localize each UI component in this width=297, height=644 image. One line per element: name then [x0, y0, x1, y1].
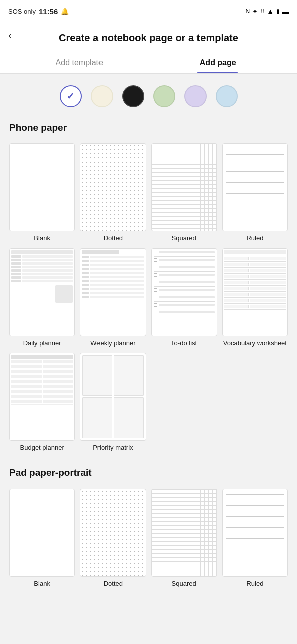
status-time: 11:56 [39, 7, 58, 16]
template-priority-matrix[interactable]: Priority matrix [80, 353, 146, 452]
template-pad-dotted[interactable]: Dotted [80, 489, 146, 588]
label-weekly-planner: Weekly planner [90, 339, 135, 348]
thumb-squared [151, 143, 217, 231]
priority-q1 [82, 355, 112, 396]
color-green[interactable] [153, 85, 175, 107]
thumb-todo [151, 248, 217, 336]
label-vocabulary: Vocabulary worksheet [223, 339, 287, 348]
color-black[interactable] [122, 85, 144, 107]
template-pad-blank[interactable]: Blank [9, 489, 75, 588]
label-todo-list: To-do list [171, 339, 197, 348]
phone-paper-grid: Blank Dotted Squared Ruled [0, 143, 297, 460]
back-button[interactable]: ‹ [8, 29, 12, 42]
pad-paper-section: Pad paper-portrait [0, 460, 297, 489]
label-budget-planner: Budget planner [20, 444, 64, 452]
template-todo-list[interactable]: To-do list [151, 248, 217, 348]
color-picker: ✓ [0, 74, 297, 115]
template-squared[interactable]: Squared [151, 143, 217, 243]
label-dotted: Dotted [104, 234, 123, 243]
bell-icon: 🔔 [61, 8, 69, 15]
thumb-vocab [222, 248, 288, 336]
sos-label: SOS only [8, 8, 36, 15]
phone-paper-title: Phone paper [9, 122, 288, 133]
priority-q4 [114, 397, 143, 438]
template-weekly-planner[interactable]: Weekly planner [80, 248, 146, 348]
template-pad-ruled[interactable]: Ruled [222, 489, 288, 588]
thumb-daily [9, 248, 75, 336]
priority-q2 [114, 355, 143, 396]
label-ruled: Ruled [246, 234, 263, 243]
thumb-pad-ruled [222, 489, 288, 577]
signal-icon: ▮ [276, 8, 280, 15]
page-title: Create a notebook page or a template [39, 27, 258, 48]
tabs-bar: Add template Add page [10, 52, 287, 73]
color-lavender[interactable] [184, 85, 207, 107]
thumb-priority [80, 353, 146, 441]
header: ‹ Create a notebook page or a template A… [0, 22, 297, 73]
thumb-pad-squared [151, 489, 217, 577]
label-pad-blank: Blank [34, 580, 50, 588]
thumb-pad-blank [9, 489, 75, 577]
thumb-blank [9, 143, 75, 231]
thumb-dotted [80, 143, 146, 231]
label-daily-planner: Daily planner [23, 339, 61, 348]
tab-add-template[interactable]: Add template [10, 52, 149, 73]
label-squared: Squared [172, 234, 196, 243]
label-pad-squared: Squared [172, 580, 196, 588]
wifi-icon: ▲ [267, 7, 274, 15]
thumb-weekly [80, 248, 146, 336]
status-icons: N ✦ ⁞⁞ ▲ ▮ ▬ [245, 7, 289, 15]
label-pad-dotted: Dotted [104, 580, 123, 588]
label-blank: Blank [34, 234, 50, 243]
template-budget-planner[interactable]: Budget planner [9, 353, 75, 452]
template-ruled[interactable]: Ruled [222, 143, 288, 243]
label-pad-ruled: Ruled [246, 580, 263, 588]
nfc-icon: N [245, 8, 250, 15]
vibrate-icon: ⁞⁞ [260, 8, 264, 15]
phone-paper-section: Phone paper [0, 115, 297, 143]
tab-add-page[interactable]: Add page [149, 52, 287, 73]
status-bar: SOS only 11:56 🔔 N ✦ ⁞⁞ ▲ ▮ ▬ [0, 0, 297, 22]
color-white[interactable]: ✓ [60, 85, 82, 107]
color-cream[interactable] [91, 85, 113, 107]
priority-q3 [82, 397, 112, 438]
template-vocabulary[interactable]: Vocabulary worksheet [222, 248, 288, 348]
thumb-budget [9, 353, 75, 441]
template-dotted[interactable]: Dotted [80, 143, 146, 243]
thumb-pad-dotted [80, 489, 146, 577]
template-daily-planner[interactable]: Daily planner [9, 248, 75, 348]
thumb-ruled [222, 143, 288, 231]
template-pad-squared[interactable]: Squared [151, 489, 217, 588]
bluetooth-icon: ✦ [252, 8, 258, 15]
pad-paper-grid: Blank Dotted Squared Ruled [0, 489, 297, 598]
template-blank[interactable]: Blank [9, 143, 75, 243]
pad-paper-title: Pad paper-portrait [9, 467, 288, 478]
color-light-blue[interactable] [216, 85, 238, 107]
label-priority-matrix: Priority matrix [93, 444, 133, 452]
battery-icon: ▬ [282, 8, 289, 15]
